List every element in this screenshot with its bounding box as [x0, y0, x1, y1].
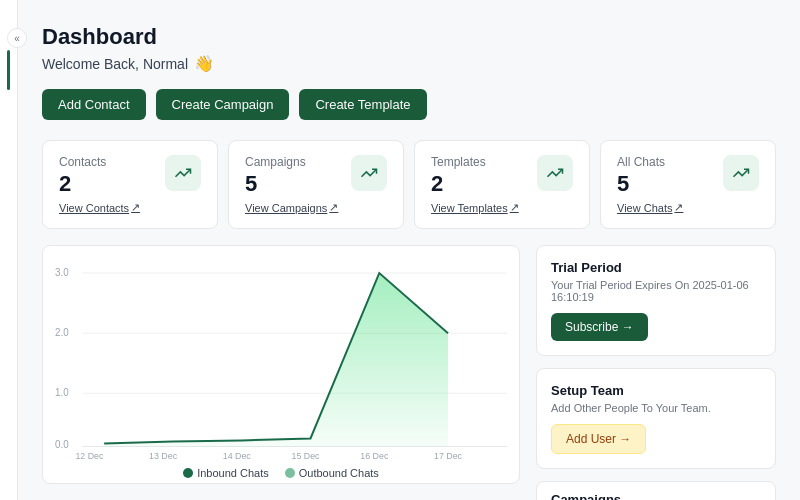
inbound-label: Inbound Chats [197, 467, 269, 479]
content-row: 3.0 2.0 1.0 0.0 [42, 245, 776, 484]
svg-text:14 Dec: 14 Dec [223, 450, 252, 458]
stat-card-chats: All Chats 5 View Chats ↗ [600, 140, 776, 229]
right-panel: Trial Period Your Trial Period Expires O… [536, 245, 776, 484]
contacts-label: Contacts [59, 155, 165, 169]
campaigns-section-title: Campaigns [551, 492, 761, 500]
stat-card-campaigns: Campaigns 5 View Campaigns ↗ [228, 140, 404, 229]
main-content: Dashboard Welcome Back, Normal 👋 Add Con… [18, 0, 800, 500]
chats-label: All Chats [617, 155, 723, 169]
chats-value: 5 [617, 171, 723, 197]
add-contact-button[interactable]: Add Contact [42, 89, 146, 120]
campaigns-value: 5 [245, 171, 351, 197]
stat-card-templates: Templates 2 View Templates ↗ [414, 140, 590, 229]
svg-text:17 Dec: 17 Dec [434, 450, 463, 458]
campaigns-card: Campaigns Below Are Your Outgoing Or Sch… [536, 481, 776, 500]
trial-period-card: Trial Period Your Trial Period Expires O… [536, 245, 776, 356]
trend-icon [174, 164, 192, 182]
legend-outbound: Outbound Chats [285, 467, 379, 479]
setup-team-title: Setup Team [551, 383, 761, 398]
page-title: Dashboard [42, 24, 776, 50]
templates-label: Templates [431, 155, 537, 169]
trend-icon-3 [546, 164, 564, 182]
sidebar: « [0, 0, 18, 500]
campaigns-icon-wrap [351, 155, 387, 191]
trial-title: Trial Period [551, 260, 761, 275]
create-template-button[interactable]: Create Template [299, 89, 426, 120]
subscribe-button[interactable]: Subscribe → [551, 313, 648, 341]
action-buttons: Add Contact Create Campaign Create Templ… [42, 89, 776, 120]
chart-container: 3.0 2.0 1.0 0.0 [55, 258, 507, 459]
legend-inbound: Inbound Chats [183, 467, 269, 479]
svg-text:12 Dec: 12 Dec [75, 450, 104, 458]
create-campaign-button[interactable]: Create Campaign [156, 89, 290, 120]
chart-svg: 3.0 2.0 1.0 0.0 [55, 258, 507, 459]
contacts-icon-wrap [165, 155, 201, 191]
chart-area: 3.0 2.0 1.0 0.0 [42, 245, 520, 484]
sidebar-collapse-button[interactable]: « [7, 28, 27, 48]
svg-text:0.0: 0.0 [55, 439, 69, 450]
trend-icon-2 [360, 164, 378, 182]
welcome-message: Welcome Back, Normal 👋 [42, 54, 776, 73]
svg-text:15 Dec: 15 Dec [292, 450, 321, 458]
chart-fill [104, 273, 448, 446]
svg-text:2.0: 2.0 [55, 327, 69, 338]
svg-text:3.0: 3.0 [55, 267, 69, 278]
templates-icon-wrap [537, 155, 573, 191]
svg-text:13 Dec: 13 Dec [149, 450, 178, 458]
welcome-text: Welcome Back, Normal [42, 56, 188, 72]
trend-icon-4 [732, 164, 750, 182]
setup-team-card: Setup Team Add Other People To Your Team… [536, 368, 776, 469]
sidebar-bar [7, 50, 10, 90]
chats-icon-wrap [723, 155, 759, 191]
inbound-dot [183, 468, 193, 478]
templates-value: 2 [431, 171, 537, 197]
add-user-button[interactable]: Add User → [551, 424, 646, 454]
chart-legend: Inbound Chats Outbound Chats [55, 467, 507, 479]
stat-card-contacts: Contacts 2 View Contacts ↗ [42, 140, 218, 229]
campaigns-label: Campaigns [245, 155, 351, 169]
setup-team-description: Add Other People To Your Team. [551, 402, 761, 414]
view-campaigns-link[interactable]: View Campaigns ↗ [245, 201, 351, 214]
outbound-label: Outbound Chats [299, 467, 379, 479]
contacts-value: 2 [59, 171, 165, 197]
svg-text:1.0: 1.0 [55, 387, 69, 398]
view-templates-link[interactable]: View Templates ↗ [431, 201, 537, 214]
stats-row: Contacts 2 View Contacts ↗ Campaigns 5 V… [42, 140, 776, 229]
wave-emoji: 👋 [194, 54, 214, 73]
view-contacts-link[interactable]: View Contacts ↗ [59, 201, 165, 214]
trial-description: Your Trial Period Expires On 2025-01-06 … [551, 279, 761, 303]
outbound-dot [285, 468, 295, 478]
svg-text:16 Dec: 16 Dec [360, 450, 389, 458]
view-chats-link[interactable]: View Chats ↗ [617, 201, 723, 214]
